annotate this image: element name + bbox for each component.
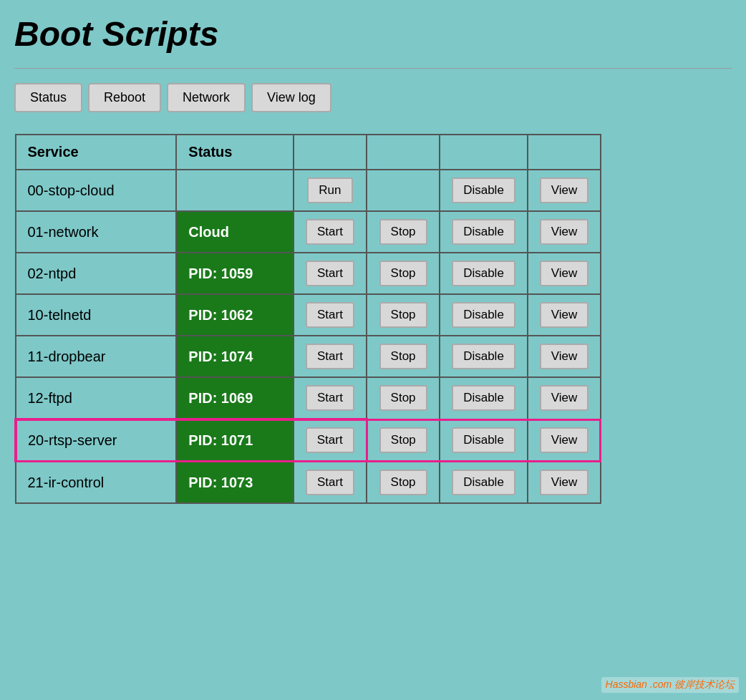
table-header-row: Service Status [16, 135, 601, 170]
table-row: 11-dropbearPID: 1074StartStopDisableView [16, 336, 601, 377]
btn-cell-start: Start [294, 336, 367, 377]
disable-button[interactable]: Disable [452, 385, 515, 411]
start-button[interactable]: Start [306, 261, 354, 286]
nav-reboot-button[interactable]: Reboot [88, 83, 161, 112]
service-status: PID: 1071 [176, 419, 294, 462]
header-col5 [440, 135, 528, 170]
stop-button[interactable]: Stop [379, 344, 427, 369]
nav-viewlog-button[interactable]: View log [251, 83, 331, 112]
view-button[interactable]: View [540, 219, 589, 245]
stop-button[interactable]: Stop [379, 302, 427, 328]
btn-cell-disable: Disable [440, 294, 528, 336]
btn-cell-view: View [528, 336, 601, 377]
btn-cell-start: Start [294, 294, 367, 336]
table-row: 10-telnetdPID: 1062StartStopDisableView [16, 294, 601, 336]
page-title: Boot Scripts [14, 14, 732, 54]
service-name: 01-network [16, 211, 177, 253]
start-button[interactable]: Start [306, 302, 354, 328]
view-button[interactable]: View [540, 427, 589, 453]
table-row: 02-ntpdPID: 1059StartStopDisableView [16, 253, 601, 294]
service-name: 12-ftpd [16, 377, 177, 419]
start-button[interactable]: Start [306, 427, 354, 453]
header-service: Service [16, 135, 177, 170]
service-status: PID: 1074 [176, 336, 294, 377]
services-table: Service Status 00-stop-cloudRunDisableVi… [14, 134, 601, 504]
disable-button[interactable]: Disable [452, 427, 515, 453]
stop-button[interactable]: Stop [379, 385, 427, 411]
btn-cell-start: Start [294, 419, 367, 462]
btn-cell-stop: Stop [367, 462, 440, 504]
disable-button[interactable]: Disable [452, 344, 515, 369]
view-button[interactable]: View [540, 470, 589, 495]
view-button[interactable]: View [540, 178, 589, 203]
btn-cell-stop: Stop [367, 294, 440, 336]
service-status: PID: 1059 [176, 253, 294, 294]
btn-cell-disable: Disable [440, 462, 528, 504]
header-status: Status [176, 135, 294, 170]
btn-cell-start: Start [294, 253, 367, 294]
btn-cell-disable: Disable [440, 211, 528, 253]
disable-button[interactable]: Disable [452, 178, 515, 203]
btn-cell-start: Start [294, 462, 367, 504]
btn-cell-view: View [528, 211, 601, 253]
btn-cell-stop: Stop [367, 336, 440, 377]
btn-cell-stop: Stop [367, 211, 440, 253]
disable-button[interactable]: Disable [452, 219, 515, 245]
watermark: Hassbian .com 彼岸技术论坛 [601, 677, 739, 693]
divider [14, 68, 732, 69]
service-status: PID: 1069 [176, 377, 294, 419]
disable-button[interactable]: Disable [452, 302, 515, 328]
btn-cell-stop: Stop [367, 419, 440, 462]
table-row: 12-ftpdPID: 1069StartStopDisableView [16, 377, 601, 419]
disable-button[interactable]: Disable [452, 470, 515, 495]
btn-cell-view: View [528, 170, 601, 211]
table-row: 21-ir-controlPID: 1073StartStopDisableVi… [16, 462, 601, 504]
service-name: 20-rtsp-server [16, 419, 177, 462]
view-button[interactable]: View [540, 302, 589, 328]
btn-cell-view: View [528, 462, 601, 504]
run-button[interactable]: Run [307, 178, 352, 203]
btn-cell-disable: Disable [440, 377, 528, 419]
btn-cell-start: Start [294, 377, 367, 419]
btn-cell-disable: Disable [440, 253, 528, 294]
service-name: 10-telnetd [16, 294, 177, 336]
stop-button[interactable]: Stop [379, 219, 427, 245]
view-button[interactable]: View [540, 261, 589, 286]
btn-cell-stop: Stop [367, 253, 440, 294]
service-status: PID: 1073 [176, 462, 294, 504]
header-col4 [367, 135, 440, 170]
table-container: Service Status 00-stop-cloudRunDisableVi… [14, 134, 732, 504]
start-button[interactable]: Start [306, 344, 354, 369]
start-button[interactable]: Start [306, 219, 354, 245]
service-name: 21-ir-control [16, 462, 177, 504]
table-row: 00-stop-cloudRunDisableView [16, 170, 601, 211]
table-row: 01-networkCloudStartStopDisableView [16, 211, 601, 253]
service-name: 11-dropbear [16, 336, 177, 377]
btn-cell-stop: Stop [367, 377, 440, 419]
disable-button[interactable]: Disable [452, 261, 515, 286]
btn-cell-view: View [528, 377, 601, 419]
btn-cell-stop [367, 170, 440, 211]
stop-button[interactable]: Stop [379, 261, 427, 286]
table-row: 20-rtsp-serverPID: 1071StartStopDisableV… [16, 419, 601, 462]
service-status: Cloud [176, 211, 294, 253]
service-status [176, 170, 294, 211]
nav-network-button[interactable]: Network [167, 83, 246, 112]
header-col6 [528, 135, 601, 170]
stop-button[interactable]: Stop [379, 470, 427, 495]
service-name: 00-stop-cloud [16, 170, 177, 211]
nav-status-button[interactable]: Status [14, 83, 82, 112]
btn-cell-disable: Disable [440, 336, 528, 377]
btn-cell-start: Start [294, 211, 367, 253]
btn-cell-disable: Disable [440, 170, 528, 211]
service-name: 02-ntpd [16, 253, 177, 294]
stop-button[interactable]: Stop [379, 427, 427, 453]
start-button[interactable]: Start [306, 470, 354, 495]
btn-cell-view: View [528, 253, 601, 294]
view-button[interactable]: View [540, 385, 589, 411]
view-button[interactable]: View [540, 344, 589, 369]
btn-cell-start: Run [294, 170, 367, 211]
header-col3 [294, 135, 367, 170]
start-button[interactable]: Start [306, 385, 354, 411]
nav-bar: Status Reboot Network View log [14, 83, 732, 112]
